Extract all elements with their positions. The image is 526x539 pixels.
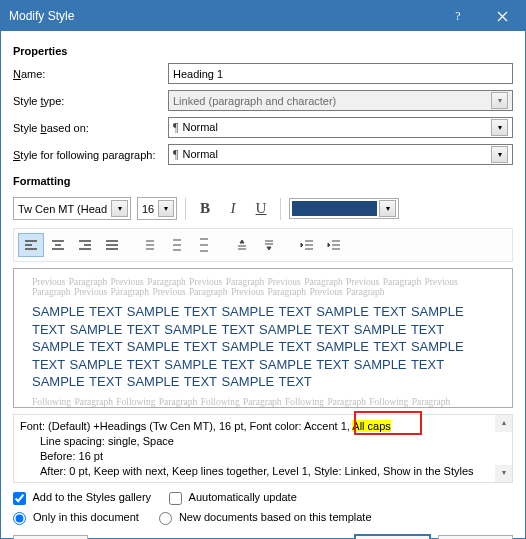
- chevron-down-icon[interactable]: ▾: [379, 200, 396, 217]
- align-center-button[interactable]: [45, 233, 71, 257]
- sample-text: SAMPLE TEXT SAMPLE TEXT SAMPLE TEXT SAMP…: [32, 303, 494, 391]
- help-button[interactable]: ?: [435, 1, 480, 31]
- name-label: Name:: [13, 68, 168, 80]
- font-name-combo[interactable]: Tw Cen MT (Headi ▾: [13, 197, 131, 220]
- chevron-down-icon[interactable]: ▾: [491, 146, 508, 163]
- based-on-value: ¶Normal: [173, 120, 218, 135]
- based-on-combo[interactable]: ¶Normal ▾: [168, 117, 513, 138]
- titlebar: Modify Style ?: [1, 1, 525, 31]
- cancel-button[interactable]: Cancel: [438, 535, 513, 539]
- underline-button[interactable]: U: [250, 198, 272, 220]
- font-size-combo[interactable]: 16 ▾: [137, 197, 177, 220]
- format-button[interactable]: Format: [13, 535, 88, 539]
- chevron-down-icon[interactable]: ▾: [491, 119, 508, 136]
- style-type-combo: Linked (paragraph and character) ▾: [168, 90, 513, 111]
- chevron-down-icon: ▾: [491, 92, 508, 109]
- name-value: Heading 1: [173, 68, 223, 80]
- spacing-2-button[interactable]: [191, 233, 217, 257]
- only-this-document-radio[interactable]: Only in this document: [13, 511, 139, 525]
- auto-update-checkbox[interactable]: Auutomatically update: [169, 491, 297, 505]
- preview-pane: Previous Paragraph Previous Paragraph Pr…: [13, 268, 513, 408]
- bold-button[interactable]: B: [194, 198, 216, 220]
- align-left-button[interactable]: [18, 233, 44, 257]
- color-swatch: [292, 201, 377, 216]
- font-name-value: Tw Cen MT (Headi: [18, 203, 107, 215]
- style-type-label: Style type:: [13, 95, 168, 107]
- following-value: ¶Normal: [173, 147, 218, 162]
- indent-inc-button[interactable]: [321, 233, 347, 257]
- new-documents-radio[interactable]: New documents based on this template: [159, 511, 372, 525]
- name-input[interactable]: Heading 1: [168, 63, 513, 84]
- italic-button[interactable]: I: [222, 198, 244, 220]
- chevron-down-icon[interactable]: ▾: [158, 200, 174, 217]
- align-right-button[interactable]: [72, 233, 98, 257]
- justify-button[interactable]: [99, 233, 125, 257]
- properties-heading: Properties: [13, 45, 513, 57]
- paragraph-toolbar: [13, 228, 513, 262]
- close-button[interactable]: [480, 1, 525, 31]
- add-to-gallery-checkbox[interactable]: Add to the Styles gallery: [13, 491, 151, 505]
- font-size-value: 16: [142, 203, 154, 215]
- window-title: Modify Style: [9, 9, 435, 23]
- highlighted-text: All caps: [352, 420, 391, 432]
- chevron-down-icon[interactable]: ▾: [111, 200, 128, 217]
- svg-text:?: ?: [455, 10, 460, 22]
- indent-dec-button[interactable]: [294, 233, 320, 257]
- space-before-dec-button[interactable]: [256, 233, 282, 257]
- style-type-value: Linked (paragraph and character): [173, 95, 336, 107]
- scroll-up-icon[interactable]: ▴: [495, 415, 512, 432]
- space-before-inc-button[interactable]: [229, 233, 255, 257]
- following-combo[interactable]: ¶Normal ▾: [168, 144, 513, 165]
- spacing-15-button[interactable]: [164, 233, 190, 257]
- formatting-heading: Formatting: [13, 175, 513, 187]
- ok-button[interactable]: OK: [355, 535, 430, 539]
- font-color-combo[interactable]: ▾: [289, 198, 399, 219]
- style-description: ▴ ▾ Font: (Default) +Headings (Tw Cen MT…: [13, 414, 513, 483]
- scroll-down-icon[interactable]: ▾: [495, 465, 512, 482]
- based-on-label: Style based on:: [13, 122, 168, 134]
- following-label: Style for following paragraph:: [13, 149, 168, 161]
- spacing-1-button[interactable]: [137, 233, 163, 257]
